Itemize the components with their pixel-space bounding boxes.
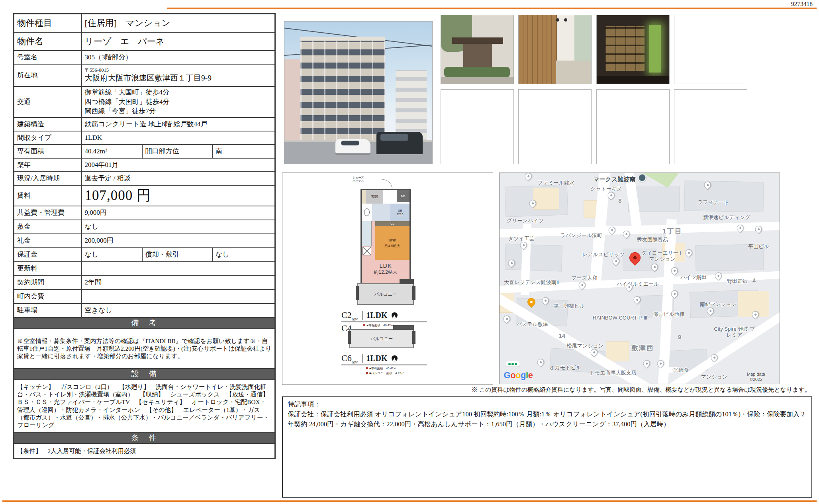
white-map-pin xyxy=(650,262,659,272)
row-remarks-text: ※空室情報・募集条件・案内方法等の確認は『ITANDI BB』で確認をお願い致し… xyxy=(14,329,275,369)
map-label: 秀友国際貿易 xyxy=(637,237,668,243)
google-logo: Google xyxy=(504,370,533,380)
row-equipment-text: 【キッチン】 ガスコンロ（2口） 【水廻り】 洗面台・シャワートイレ・洗髪洗面化… xyxy=(14,380,275,432)
map-label: 瀬戸ビル西棟 xyxy=(653,311,685,317)
value-property-type: [住居用] マンション xyxy=(82,14,275,32)
value-renewal-fee xyxy=(82,262,275,276)
photo-placeholder xyxy=(441,89,514,164)
label-deposit: 敷金 xyxy=(14,220,82,234)
green-light-panel xyxy=(649,25,661,73)
main-building xyxy=(300,37,385,147)
value-rent: 107,000 円 xyxy=(82,185,275,206)
doc-number: 9273418 xyxy=(791,0,813,8)
toilet-room xyxy=(362,204,372,222)
label-parking: 駐車場 xyxy=(14,304,82,318)
label-amortization: 償却・敷引 xyxy=(142,248,212,262)
legend-areas: ■専有面積 40.42㎡ ■バルコニー面積 4.23㎡ xyxy=(366,366,404,375)
google-letter: g xyxy=(521,370,526,380)
value-built-year: 2004年01月 xyxy=(82,158,275,172)
row-conditions-text: 【条件】 2人入居可能・保証会社利用必須 xyxy=(14,443,275,459)
plan-type-label: 1LDK xyxy=(362,354,387,363)
special-notes-box: 特記事項： 保証会社：保証会社利用必須 オリコフォレントインシュア100 初回契… xyxy=(282,396,812,498)
unit-bath: UB 1216 xyxy=(390,204,410,221)
transport-line: 御堂筋線「大国町」徒歩4分 xyxy=(85,88,272,97)
photo-placeholder xyxy=(674,89,747,164)
white-map-pin xyxy=(750,310,760,319)
label-renewal-fee: 更新料 xyxy=(14,262,82,276)
label-guarantee: 保証金 xyxy=(14,248,82,262)
legend-line: ■専有面積 40.42㎡ xyxy=(366,366,404,371)
map-label: ラフィナート xyxy=(698,200,729,206)
mailbox-floor xyxy=(597,76,669,84)
transport-line: 関西線「今宮」徒歩7分 xyxy=(85,106,272,116)
balcony-step xyxy=(400,279,414,284)
map-label: Map data ©2022 xyxy=(744,372,768,382)
value-guarantee: なし xyxy=(82,248,142,262)
label-area: 専有面積 xyxy=(14,145,82,158)
entrance-canopy xyxy=(452,37,503,44)
conditions-header: 条 件 xyxy=(14,432,275,443)
remarks-text: ※空室情報・募集条件・案内方法等の確認は『ITANDI BB』で確認をお願い致し… xyxy=(14,329,275,369)
value-layout-type: 1LDK xyxy=(82,131,275,145)
map-label: 第三興福ビル xyxy=(554,303,585,309)
white-map-pin xyxy=(607,225,617,235)
ldk-label: LDK xyxy=(362,263,410,269)
row-town-fee: 町内会費 xyxy=(14,290,275,304)
photo-entrance xyxy=(441,15,514,84)
photo-hallway xyxy=(518,15,592,84)
row-contract-period: 契約期間 2年間 xyxy=(14,276,275,290)
photo-placeholder xyxy=(596,89,670,164)
floorplan-shoes-note: シューズ ボックス xyxy=(353,176,364,182)
remarks-header: 備 考 xyxy=(14,318,275,329)
ldk-label-group: LDK 約12.2帖大 xyxy=(362,263,410,276)
white-map-pin xyxy=(703,180,712,190)
transit-icon xyxy=(506,361,520,367)
plan-type-label: 1LDK xyxy=(362,311,387,320)
row-renewal-fee: 更新料 xyxy=(14,262,275,276)
property-sheet: 9273418 物件種目 [住居用] マンション 物件名 リーゾ エ パーネ 号… xyxy=(0,0,819,504)
floorplan-legend-c6: C6type 1LDK ■専有面積 40.42㎡ ■バルコニー面積 4.23㎡ xyxy=(341,353,441,375)
white-map-pin xyxy=(632,295,642,304)
hallway-floor xyxy=(556,61,591,84)
value-contract-period: 2年間 xyxy=(82,276,275,290)
value-town-fee xyxy=(82,290,275,304)
google-letter: o xyxy=(515,370,521,380)
map-label: ハイツ綱田 xyxy=(680,274,707,280)
washroom xyxy=(372,204,390,221)
row-rent: 賃料 107,000 円 xyxy=(14,185,275,206)
row-status: 現況/入居時期 退去予定 / 相談 xyxy=(14,172,275,185)
hallway-wood-wall xyxy=(519,15,557,84)
type-c6: C6 xyxy=(341,353,352,363)
map-label: RAINBOW COURT P-Ⅲ xyxy=(593,315,647,321)
white-map-pin xyxy=(519,241,528,250)
photo-placeholder xyxy=(518,89,592,164)
white-map-pin xyxy=(684,248,694,257)
hallway-glass xyxy=(574,15,591,62)
map-label: グリーンハイツ xyxy=(507,218,544,224)
map-label: シャトーキヌ xyxy=(590,186,622,192)
white-map-pin xyxy=(523,173,533,181)
map-label: 松尾マンション xyxy=(567,343,604,349)
white-map-pin xyxy=(656,359,665,369)
teal-map-pin xyxy=(638,174,646,182)
value-opening-direction: 南 xyxy=(212,145,275,158)
conditions-text: 【条件】 2人入居可能・保証会社利用必須 xyxy=(14,443,275,459)
photo-placeholder xyxy=(674,15,747,84)
row-parking: 駐車場 空きなし xyxy=(14,304,275,318)
white-map-pin xyxy=(536,358,545,367)
map-label: フーズ大和 xyxy=(571,275,598,281)
map-label: City Spire 難波 プレミア xyxy=(712,326,757,338)
kitchen-counter xyxy=(362,221,372,246)
map-label: ハイツルミエール xyxy=(617,281,659,287)
type-suffix: type xyxy=(352,317,358,321)
white-map-pin xyxy=(589,348,599,357)
label-opening-direction: 開口部方位 xyxy=(142,145,212,158)
map-label: 三平給食 xyxy=(668,367,689,373)
entrance-door xyxy=(463,44,492,67)
row-maintenance-fee: 共益費・管理費 9,000円 xyxy=(14,206,275,220)
orange-map-pin xyxy=(526,296,537,308)
label-property-type: 物件種目 xyxy=(14,14,82,32)
map-label: ラバンジール湊町 xyxy=(560,233,603,239)
address-line: 大阪府大阪市浪速区敷津西１丁目9-9 xyxy=(85,73,272,82)
white-map-pin xyxy=(502,314,511,324)
